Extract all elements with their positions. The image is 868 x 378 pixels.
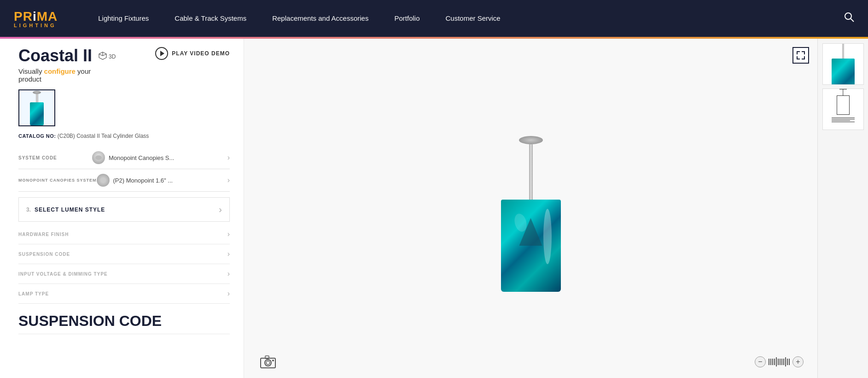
- rt-body: [832, 59, 855, 85]
- suspension-code-row[interactable]: SUSPENSION CODE ›: [18, 244, 230, 264]
- select-lumen-label: SELECT LUMEN STYLE: [35, 207, 105, 213]
- system-code-icon: [92, 151, 105, 164]
- zoom-tick-7: [780, 359, 781, 365]
- monopoint-value: (P2) Monopoint 1.6" ...: [113, 177, 173, 184]
- right-thumb-3d-img: [832, 43, 855, 85]
- right-thumbnails: [817, 39, 868, 378]
- hardware-finish-row[interactable]: HARDWARE FINISH ›: [18, 224, 230, 244]
- right-thumb-3d[interactable]: [822, 43, 864, 85]
- system-code-value-area: Monopoint Canopies S...: [92, 151, 227, 164]
- hardware-finish-label: HARDWARE FINISH: [18, 232, 69, 237]
- hardware-finish-chevron-icon: ›: [227, 230, 230, 238]
- zoom-plus-icon: +: [796, 358, 800, 366]
- configure-text: Visually configure your product: [18, 67, 230, 83]
- zoom-tick-5: [776, 357, 777, 366]
- nav-replacements[interactable]: Replacements and Accessories: [259, 0, 381, 37]
- lamp-type-row[interactable]: LAMP TYPE ›: [18, 284, 230, 304]
- zoom-out-button[interactable]: −: [755, 356, 766, 367]
- svg-point-10: [266, 361, 270, 365]
- bottom-toolbar: − +: [258, 353, 804, 371]
- monopoint-chevron-icon: ›: [227, 176, 230, 184]
- svg-point-9: [265, 360, 271, 366]
- logo-prima: PRiMA: [14, 9, 58, 24]
- lamp-type-label: LAMP TYPE: [18, 291, 49, 296]
- nav-lighting-fixtures[interactable]: Lighting Fixtures: [85, 0, 162, 37]
- lamp-type-chevron-icon: ›: [227, 289, 230, 298]
- suspension-code-title: SUSPENSION CODE: [18, 313, 230, 329]
- center-viewer: − +: [244, 39, 817, 378]
- system-code-value: Monopoint Canopies S...: [109, 154, 174, 161]
- zoom-tick-10: [785, 357, 786, 366]
- search-icon[interactable]: [844, 12, 854, 25]
- navbar: PRiMA LIGHTING Lighting Fixtures Cable &…: [0, 0, 868, 37]
- rt-stem: [842, 43, 844, 59]
- product-canopy: [519, 136, 543, 144]
- product-highlight: [543, 209, 552, 264]
- svg-point-12: [272, 360, 274, 361]
- video-demo-label: PLAY VIDEO DEMO: [172, 50, 230, 57]
- logo-lighting: LIGHTING: [14, 23, 58, 28]
- thumbnail-row: [18, 89, 230, 126]
- zoom-tick-1: [769, 359, 769, 365]
- svg-point-0: [845, 13, 851, 19]
- monopoint-value-area: (P2) Monopoint 1.6" ...: [97, 174, 227, 187]
- video-demo-link[interactable]: PLAY VIDEO DEMO: [155, 47, 230, 60]
- zoom-tick-2: [770, 359, 771, 365]
- zoom-tick-11: [787, 359, 788, 365]
- input-voltage-row[interactable]: INPUT VOLTAGE & DIMMING TYPE ›: [18, 264, 230, 284]
- cube-icon: [99, 52, 107, 62]
- expand-button[interactable]: [792, 47, 809, 64]
- monopoint-label: MONOPOINT CANOPIES SYSTEM: [18, 178, 97, 183]
- product-title: Coastal II: [18, 46, 92, 65]
- svg-line-5: [99, 54, 103, 56]
- zoom-tick-9: [783, 359, 784, 365]
- zoom-tick-6: [778, 359, 779, 365]
- camera-icon: [260, 355, 276, 369]
- monopoint-icon: [97, 174, 110, 187]
- system-code-chevron-icon: ›: [227, 154, 230, 162]
- suspension-section: SUSPENSION CODE: [18, 308, 230, 334]
- configure-text-1: Visually configure your: [18, 67, 91, 75]
- zoom-minus-icon: −: [758, 358, 762, 366]
- nav-links: Lighting Fixtures Cable & Track Systems …: [85, 0, 844, 37]
- svg-point-7: [100, 178, 106, 182]
- logo-link[interactable]: PRiMA LIGHTING: [14, 9, 58, 28]
- nav-cable-track[interactable]: Cable & Track Systems: [162, 0, 259, 37]
- zoom-tick-8: [781, 359, 782, 365]
- play-triangle-icon: [160, 51, 164, 56]
- select-lumen-number: 3.: [26, 207, 31, 213]
- select-lumen-box[interactable]: 3. SELECT LUMEN STYLE ›: [18, 197, 230, 222]
- badge-3d-label: 3D: [109, 53, 116, 60]
- input-voltage-label: INPUT VOLTAGE & DIMMING TYPE: [18, 272, 108, 277]
- system-code-label: SYSTEM CODE: [18, 155, 92, 160]
- select-lumen-chevron-icon: ›: [219, 204, 222, 215]
- input-voltage-chevron-icon: ›: [227, 270, 230, 278]
- badge-3d: 3D: [99, 52, 116, 62]
- main-layout: Coastal II 3D: [0, 39, 868, 378]
- right-thumb-schematic-img: [827, 93, 859, 125]
- play-circle-icon: [155, 47, 168, 60]
- zoom-tick-4: [774, 359, 775, 365]
- catalog-label: CATALOG NO:: [18, 133, 56, 139]
- zoom-tick-12: [789, 359, 790, 365]
- suspension-code-chevron-icon: ›: [227, 250, 230, 258]
- catalog-row: CATALOG NO: (C20B) Coastal II Teal Cylin…: [18, 133, 230, 139]
- monopoint-row[interactable]: MONOPOINT CANOPIES SYSTEM (P2) Monopoint…: [18, 169, 230, 192]
- expand-icon: [797, 51, 805, 59]
- system-code-row[interactable]: SYSTEM CODE Monopoint Canopies S... ›: [18, 147, 230, 169]
- right-thumb-schematic[interactable]: [822, 89, 864, 130]
- suspension-code-label: SUSPENSION CODE: [18, 252, 70, 257]
- product-thumbnail[interactable]: [18, 89, 55, 126]
- product-3d-render: [501, 136, 561, 292]
- configure-text-2: product: [18, 75, 41, 83]
- camera-button[interactable]: [258, 353, 278, 371]
- nav-portfolio[interactable]: Portfolio: [381, 0, 432, 37]
- svg-line-1: [851, 18, 854, 22]
- svg-point-6: [95, 155, 102, 160]
- left-panel: Coastal II 3D: [0, 39, 244, 378]
- zoom-tick-3: [772, 359, 773, 365]
- zoom-slider[interactable]: [769, 357, 790, 366]
- zoom-in-button[interactable]: +: [792, 356, 804, 367]
- catalog-value: (C20B) Coastal II Teal Cylinder Glass: [58, 133, 149, 139]
- nav-customer-service[interactable]: Customer Service: [433, 0, 513, 37]
